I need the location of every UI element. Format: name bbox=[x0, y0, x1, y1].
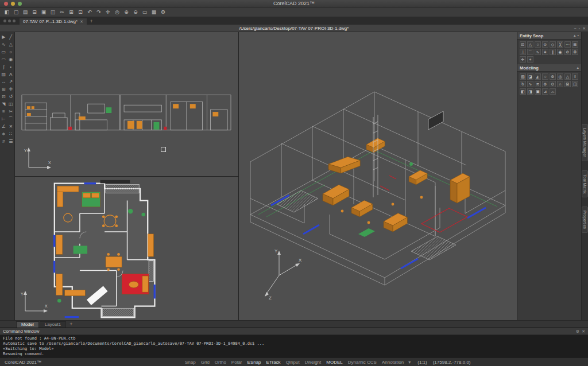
node-snap-icon[interactable]: ⊙ bbox=[542, 41, 548, 48]
cone-solid-icon[interactable]: △ bbox=[564, 73, 571, 80]
extension-snap-icon[interactable]: ⋯ bbox=[564, 41, 571, 48]
status-toggle[interactable]: QInput bbox=[286, 360, 300, 365]
copy-icon[interactable]: ⊞ bbox=[67, 9, 75, 16]
restore-icon[interactable]: ▫ bbox=[579, 25, 580, 32]
midpoint-snap-icon[interactable]: △ bbox=[527, 41, 533, 48]
window-control-dot[interactable] bbox=[8, 20, 11, 22]
line-tool-icon[interactable]: ╱ bbox=[7, 33, 15, 41]
collapse-icon[interactable]: ▴ bbox=[574, 33, 576, 38]
loft-icon[interactable]: ≋ bbox=[535, 81, 541, 87]
point-tool-icon[interactable]: • bbox=[7, 63, 15, 71]
parallel-snap-icon[interactable]: ∥ bbox=[550, 49, 556, 55]
snap-settings-icon[interactable]: ⚙ bbox=[572, 49, 578, 55]
rectangle-tool-icon[interactable]: ▭ bbox=[0, 48, 7, 56]
status-toggle[interactable]: Annotation bbox=[382, 360, 404, 365]
shell-icon[interactable]: ◧ bbox=[520, 88, 526, 95]
chevron-down-icon[interactable]: ▾ bbox=[408, 360, 411, 365]
section-icon[interactable]: ◫ bbox=[572, 81, 578, 87]
status-toggle[interactable]: ETrack bbox=[266, 360, 281, 365]
explode-tool-icon[interactable]: ∗ bbox=[0, 130, 7, 138]
nearest-snap-icon[interactable]: ∿ bbox=[535, 49, 541, 55]
status-toggle[interactable]: Polar bbox=[231, 360, 242, 365]
revolve-icon[interactable]: ↻ bbox=[520, 81, 526, 87]
palette-tab[interactable]: Layers Manager bbox=[582, 124, 588, 161]
hatch-tool-icon[interactable]: ▨ bbox=[0, 71, 7, 78]
document-tab[interactable]: 07-TAV 07-P...1-3D-1.dwg* ✕ bbox=[19, 18, 87, 25]
minimize-window-button[interactable] bbox=[11, 2, 15, 6]
measure-tool-icon[interactable]: # bbox=[0, 138, 7, 145]
extend-tool-icon[interactable]: ⊢ bbox=[0, 115, 7, 123]
geometric-center-snap-icon[interactable]: ◉ bbox=[557, 49, 563, 55]
edit-face-icon[interactable]: ⊿ bbox=[542, 88, 548, 95]
text-tool-icon[interactable]: A bbox=[7, 71, 15, 78]
palette-tab[interactable]: Tool Matrix bbox=[582, 170, 588, 198]
scale-tool-icon[interactable]: ◥ bbox=[0, 100, 7, 108]
arc-tool-icon[interactable]: ◠ bbox=[0, 56, 7, 63]
perpendicular-snap-icon[interactable]: ⊥ bbox=[520, 49, 526, 55]
layers-tool-icon[interactable]: ☰ bbox=[7, 138, 15, 145]
close-icon[interactable]: ✕ bbox=[582, 25, 586, 32]
spline-tool-icon[interactable]: ∫ bbox=[0, 63, 7, 71]
print-preview-icon[interactable]: ◫ bbox=[49, 9, 57, 16]
polygon-tool-icon[interactable]: △ bbox=[7, 41, 15, 48]
wedge-solid-icon[interactable]: ◪ bbox=[527, 73, 533, 80]
center-snap-icon[interactable]: ○ bbox=[535, 41, 541, 48]
mirror-tool-icon[interactable]: ◫ bbox=[7, 100, 15, 108]
trim-tool-icon[interactable]: ✂ bbox=[7, 108, 15, 115]
leader-tool-icon[interactable]: ↗ bbox=[7, 78, 15, 85]
subtract-icon[interactable]: ⊖ bbox=[550, 81, 556, 87]
zoom-dynamic-icon[interactable]: ◎ bbox=[113, 9, 121, 16]
iso-3d-viewport[interactable]: Y X Z bbox=[239, 32, 517, 320]
floorplan-viewport[interactable]: Y X bbox=[15, 177, 238, 321]
none-snap-icon[interactable]: ⊘ bbox=[564, 49, 571, 55]
close-window-button[interactable] bbox=[4, 2, 8, 6]
sphere-solid-icon[interactable]: ○ bbox=[542, 73, 548, 80]
extrude-icon[interactable]: ⇧ bbox=[572, 73, 578, 80]
zoom-out-icon[interactable]: ⊖ bbox=[131, 9, 140, 16]
pyramid-solid-icon[interactable]: ◭ bbox=[535, 73, 541, 80]
status-toggle[interactable]: Grid bbox=[201, 360, 210, 365]
array-tool-icon[interactable]: ∷ bbox=[7, 130, 15, 138]
status-toggle[interactable]: Dynamic CCS bbox=[348, 360, 377, 365]
apparent-intersection-snap-icon[interactable]: ∗ bbox=[542, 49, 548, 55]
pan-icon[interactable]: ✛ bbox=[104, 9, 112, 16]
status-toggle[interactable]: Snap bbox=[185, 360, 196, 365]
quadrant-snap-icon[interactable]: ◇ bbox=[550, 41, 556, 48]
paste-icon[interactable]: ⊡ bbox=[76, 9, 84, 16]
polyline-tool-icon[interactable]: ∿ bbox=[0, 41, 7, 48]
zoom-window-icon[interactable]: ▭ bbox=[141, 9, 149, 16]
cut-icon[interactable]: ✂ bbox=[58, 9, 66, 16]
status-toggle[interactable]: ESnap bbox=[247, 360, 261, 365]
offset-tool-icon[interactable]: ≡ bbox=[0, 108, 7, 115]
close-icon[interactable]: ✕ bbox=[582, 329, 585, 334]
erase-tool-icon[interactable]: ✕ bbox=[7, 123, 15, 130]
sheet-tab[interactable]: Layout1 bbox=[40, 321, 66, 328]
gear-icon[interactable]: ⚙ bbox=[576, 329, 579, 334]
minimize-icon[interactable]: − bbox=[574, 25, 577, 32]
edit-edge-icon[interactable]: ⌓ bbox=[550, 88, 556, 95]
copy-tool-icon[interactable]: ⊡ bbox=[0, 93, 7, 100]
elevation-viewport[interactable]: Y X bbox=[15, 32, 238, 177]
new-file-icon[interactable]: ▢ bbox=[12, 9, 20, 16]
snap-from-icon[interactable]: ✛ bbox=[520, 56, 526, 63]
chamfer-tool-icon[interactable]: ∠ bbox=[0, 123, 7, 130]
open-file-icon[interactable]: ▤ bbox=[21, 9, 29, 16]
add-sheet-button[interactable]: + bbox=[69, 321, 72, 327]
entity-snap-header[interactable]: Entity Snap ▴ ▪ bbox=[517, 32, 581, 40]
redo-icon[interactable]: ↷ bbox=[95, 9, 103, 16]
modeling-header[interactable]: Modeling ▴ bbox=[517, 64, 581, 72]
undo-icon[interactable]: ↶ bbox=[86, 9, 94, 16]
cylinder-solid-icon[interactable]: ◎ bbox=[557, 73, 563, 80]
collapse-icon[interactable]: ▴ bbox=[577, 65, 579, 70]
sheet-views-icon[interactable]: ▦ bbox=[150, 9, 158, 16]
maximize-window-button[interactable] bbox=[18, 2, 22, 6]
annotation-scale[interactable]: (1:1) bbox=[417, 360, 427, 365]
status-toggle[interactable]: MODEL bbox=[326, 360, 342, 365]
zoom-in-icon[interactable]: ⊕ bbox=[122, 9, 130, 16]
dimension-tool-icon[interactable]: ↔ bbox=[0, 78, 7, 85]
intersect-icon[interactable]: ∩ bbox=[557, 81, 563, 87]
temporary-point-snap-icon[interactable]: ⌖ bbox=[527, 56, 533, 63]
app-window-icon[interactable]: ◧ bbox=[3, 9, 11, 16]
rotate-tool-icon[interactable]: ↺ bbox=[7, 93, 15, 100]
close-tab-icon[interactable]: ✕ bbox=[80, 20, 83, 24]
